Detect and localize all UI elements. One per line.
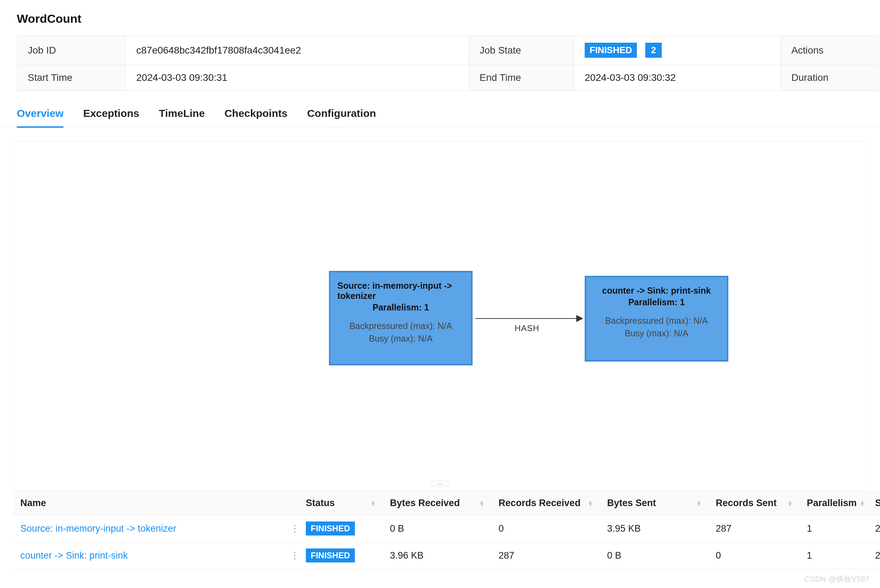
status-badge: FINISHED [306, 549, 355, 562]
graph-node-sink[interactable]: counter -> Sink: print-sink Parallelism:… [585, 276, 728, 362]
cell-bytes-received: 0 B [383, 515, 492, 542]
cell-records-received: 287 [492, 542, 600, 569]
job-id-value: c87e0648bc342fbf17808fa4c3041ee2 [126, 36, 469, 65]
node-metrics: Backpressured (max): N/A Busy (max): N/A [337, 320, 464, 345]
tab-timeline[interactable]: TimeLine [159, 102, 205, 128]
resize-handle-icon[interactable]: ··· [430, 481, 450, 486]
job-state-label: Job State [469, 36, 574, 65]
job-id-label: Job ID [17, 36, 126, 65]
col-records-sent-header[interactable]: Records Sent▲▼ [709, 491, 800, 515]
cell-name: counter -> Sink: print-sink [13, 542, 283, 569]
tabs: Overview Exceptions TimeLine Checkpoints… [0, 102, 880, 128]
cell-bytes-received: 3.96 KB [383, 542, 492, 569]
sort-icon[interactable]: ▲▼ [370, 501, 376, 506]
col-records-received-header[interactable]: Records Received▲▼ [492, 491, 600, 515]
task-table: Name Status▲▼ Bytes Received▲▼ Records R… [13, 491, 880, 569]
node-title: Source: in-memory-input -> tokenizer [337, 281, 464, 301]
job-state-value: FINISHED 2 [574, 36, 781, 65]
node-parallelism: Parallelism: 1 [593, 297, 720, 307]
cell-status: FINISHED [299, 542, 383, 569]
row-menu-button[interactable]: ⋮ [283, 515, 299, 542]
job-state-badge: FINISHED [585, 43, 637, 58]
cell-bytes-sent: 3.95 KB [600, 515, 709, 542]
table-row[interactable]: Source: in-memory-input -> tokenizer⋮FIN… [13, 515, 880, 542]
cell-last: 20 [868, 515, 880, 542]
page-title: WordCount [17, 12, 863, 26]
table-row[interactable]: counter -> Sink: print-sink⋮FINISHED3.96… [13, 542, 880, 569]
cell-parallelism: 1 [800, 515, 868, 542]
row-menu-button[interactable]: ⋮ [283, 542, 299, 569]
col-bytes-received-header[interactable]: Bytes Received▲▼ [383, 491, 492, 515]
cell-parallelism: 1 [800, 542, 868, 569]
start-time-value: 2024-03-03 09:30:31 [126, 65, 469, 91]
sort-icon[interactable]: ▲▼ [479, 501, 484, 506]
cell-records-sent: 287 [709, 515, 800, 542]
cell-records-received: 0 [492, 515, 600, 542]
graph-edge-label: HASH [514, 323, 540, 333]
sort-icon[interactable]: ▲▼ [787, 501, 793, 506]
node-metrics: Backpressured (max): N/A Busy (max): N/A [593, 314, 720, 340]
tab-checkpoints[interactable]: Checkpoints [224, 102, 287, 128]
cell-status: FINISHED [299, 515, 383, 542]
col-parallelism-header[interactable]: Parallelism▲▼ [800, 491, 868, 515]
job-state-count-badge: 2 [645, 43, 661, 58]
job-info-table: Job ID c87e0648bc342fbf17808fa4c3041ee2 … [17, 35, 879, 91]
cell-records-sent: 0 [709, 542, 800, 569]
tab-overview[interactable]: Overview [17, 102, 63, 128]
graph-node-source[interactable]: Source: in-memory-input -> tokenizer Par… [329, 271, 472, 365]
tab-configuration[interactable]: Configuration [307, 102, 376, 128]
watermark: CSDN @铁牧V587 [804, 574, 869, 585]
col-name-header[interactable]: Name [13, 491, 299, 515]
col-status-header[interactable]: Status▲▼ [299, 491, 383, 515]
node-parallelism: Parallelism: 1 [337, 302, 464, 312]
sort-icon[interactable]: ▲▼ [696, 501, 702, 506]
cell-last: 20 [868, 542, 880, 569]
task-link[interactable]: counter -> Sink: print-sink [20, 550, 128, 561]
dots-icon: ⋮ [290, 550, 299, 561]
col-last-header[interactable]: St [868, 491, 880, 515]
dots-icon: ⋮ [290, 523, 299, 534]
graph-edge [475, 318, 582, 319]
cell-name: Source: in-memory-input -> tokenizer [13, 515, 283, 542]
task-link[interactable]: Source: in-memory-input -> tokenizer [20, 523, 176, 534]
status-badge: FINISHED [306, 522, 355, 536]
cell-bytes-sent: 0 B [600, 542, 709, 569]
sort-icon[interactable]: ▲▼ [588, 501, 593, 506]
sort-icon[interactable]: ▲▼ [860, 501, 865, 506]
tab-exceptions[interactable]: Exceptions [83, 102, 139, 128]
end-time-value: 2024-03-03 09:30:32 [574, 65, 781, 91]
duration-label: Duration [781, 65, 879, 91]
actions-label: Actions [781, 36, 879, 65]
end-time-label: End Time [469, 65, 574, 91]
col-bytes-sent-header[interactable]: Bytes Sent▲▼ [600, 491, 709, 515]
job-graph-canvas[interactable]: Source: in-memory-input -> tokenizer Par… [13, 141, 867, 491]
node-title: counter -> Sink: print-sink [593, 286, 720, 296]
start-time-label: Start Time [17, 65, 126, 91]
